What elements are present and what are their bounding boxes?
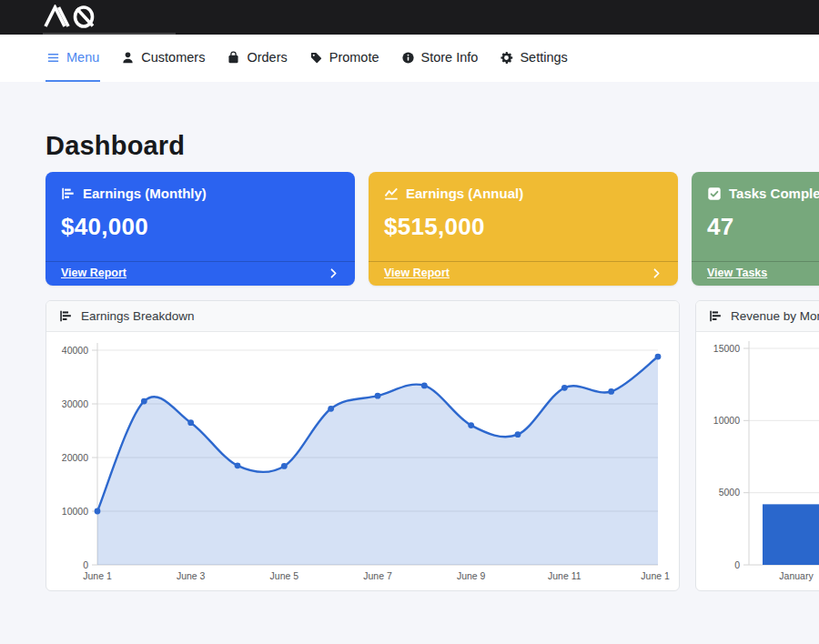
bag-icon: [227, 51, 240, 65]
card-value: $40,000: [61, 213, 339, 241]
card-value: $515,000: [384, 213, 662, 241]
svg-text:June 9: June 9: [457, 570, 486, 581]
svg-text:5000: 5000: [719, 487, 741, 498]
card-body: Tasks Completed47: [692, 172, 819, 261]
card-earnings-monthly: Earnings (Monthly)$40,000View Report: [46, 172, 355, 286]
earnings-breakdown-body: 010000200003000040000June 1June 3June 5J…: [46, 332, 679, 590]
nav-item-customers[interactable]: Customers: [120, 35, 206, 82]
panel-title: Revenue by Month: [731, 309, 819, 323]
svg-text:10000: 10000: [713, 415, 740, 426]
nav-item-label: Menu: [66, 50, 99, 65]
check-square-icon: [707, 186, 722, 201]
card-title: Earnings (Annual): [384, 186, 662, 201]
svg-text:June 1: June 1: [83, 570, 112, 581]
tag-icon: [309, 51, 323, 65]
nav-item-settings[interactable]: Settings: [499, 35, 568, 82]
nav-item-store-info[interactable]: Store Info: [400, 35, 480, 82]
svg-text:June 13: June 13: [641, 570, 670, 581]
hamburger-icon: [46, 51, 60, 65]
line-chart-icon: [384, 186, 399, 201]
card-title: Tasks Completed: [707, 186, 819, 201]
info-icon: [401, 51, 415, 65]
main-content: Dashboard Earnings (Monthly)$40,000View …: [0, 82, 819, 591]
svg-text:0: 0: [734, 559, 740, 570]
topbar: [0, 0, 819, 35]
nav-item-label: Promote: [329, 50, 379, 65]
page-title: Dashboard: [46, 131, 819, 161]
card-title-label: Tasks Completed: [729, 186, 819, 201]
bar-chart-icon: [59, 309, 73, 323]
nav-item-promote[interactable]: Promote: [308, 35, 380, 82]
nav-items: MenuCustomersOrdersPromoteStore InfoSett…: [46, 35, 569, 82]
revenue-by-month-body: 050001000015000January: [696, 332, 819, 590]
card-title: Earnings (Monthly): [61, 186, 339, 201]
nav-item-label: Store Info: [421, 50, 479, 65]
earnings-breakdown-panel: Earnings Breakdown 010000200003000040000…: [46, 300, 680, 591]
card-body: Earnings (Annual)$515,000: [369, 172, 678, 261]
view-tasks-link[interactable]: View Tasks: [707, 267, 767, 279]
svg-text:30000: 30000: [62, 398, 88, 409]
svg-text:20000: 20000: [62, 452, 88, 463]
svg-text:0: 0: [83, 559, 88, 570]
chart-panels: Earnings Breakdown 010000200003000040000…: [46, 300, 819, 591]
main-nav: MenuCustomersOrdersPromoteStore InfoSett…: [0, 35, 819, 82]
svg-text:10000: 10000: [62, 506, 88, 517]
earnings-breakdown-header: Earnings Breakdown: [46, 301, 679, 332]
nav-item-label: Orders: [247, 50, 287, 65]
chevron-right-icon: [328, 267, 339, 279]
card-footer: View Report: [369, 261, 678, 286]
svg-text:January: January: [779, 570, 814, 581]
view-report-link[interactable]: View Report: [384, 267, 450, 279]
card-earnings-annual: Earnings (Annual)$515,000View Report: [369, 172, 678, 286]
card-footer: View Tasks: [692, 261, 819, 286]
bar-chart-icon: [709, 309, 723, 323]
revenue-by-month-header: Revenue by Month: [696, 301, 819, 332]
card-body: Earnings (Monthly)$40,000: [46, 172, 355, 261]
view-report-link[interactable]: View Report: [61, 267, 126, 279]
svg-text:June 11: June 11: [548, 570, 581, 581]
brand-logo[interactable]: [43, 5, 106, 29]
card-value: 47: [707, 213, 819, 241]
summary-cards: Earnings (Monthly)$40,000View ReportEarn…: [46, 172, 819, 286]
svg-text:June 5: June 5: [270, 570, 299, 581]
earnings-line-chart[interactable]: 010000200003000040000June 1June 3June 5J…: [52, 336, 670, 589]
svg-text:June 3: June 3: [177, 570, 206, 581]
card-title-label: Earnings (Monthly): [83, 186, 207, 201]
card-title-label: Earnings (Annual): [406, 186, 523, 201]
svg-text:June 7: June 7: [363, 570, 392, 581]
logo-underline: [43, 33, 176, 35]
panel-title: Earnings Breakdown: [81, 309, 195, 323]
card-tasks-completed: Tasks Completed47View Tasks: [692, 172, 819, 286]
svg-text:15000: 15000: [713, 343, 740, 354]
nav-item-label: Settings: [520, 50, 567, 65]
chevron-right-icon: [651, 267, 662, 279]
gear-icon: [500, 51, 513, 65]
svg-text:40000: 40000: [62, 345, 88, 356]
nav-item-menu[interactable]: Menu: [46, 35, 100, 82]
card-footer: View Report: [46, 261, 355, 286]
revenue-by-month-panel: Revenue by Month 050001000015000January: [695, 300, 819, 591]
nav-item-label: Customers: [141, 50, 205, 65]
nav-item-orders[interactable]: Orders: [226, 35, 288, 82]
brand-logo-icon: [43, 5, 106, 29]
person-icon: [121, 51, 135, 65]
bar-chart-icon: [61, 186, 76, 201]
revenue-bar-chart[interactable]: 050001000015000January: [702, 336, 819, 589]
